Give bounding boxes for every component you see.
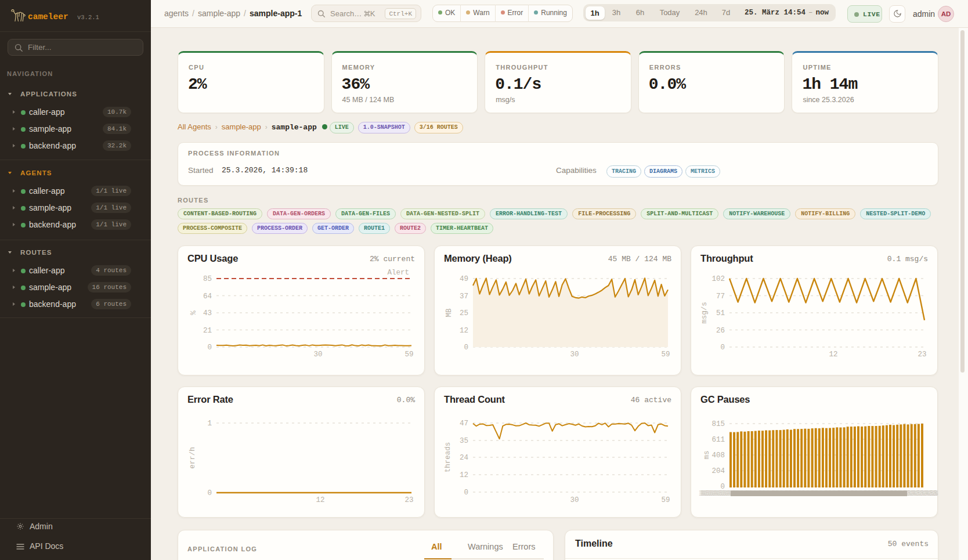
svg-text:MB: MB — [445, 308, 453, 317]
svg-text:204: 204 — [711, 467, 725, 475]
svg-text:815: 815 — [711, 420, 725, 428]
svg-text:30: 30 — [570, 351, 579, 359]
svg-text:23: 23 — [918, 351, 926, 359]
svg-text:24: 24 — [460, 454, 468, 462]
svg-text:0: 0 — [720, 344, 725, 352]
svg-text:102: 102 — [711, 275, 725, 283]
svg-text:49: 49 — [460, 275, 468, 283]
svg-text:1: 1 — [207, 420, 212, 428]
svg-text:611: 611 — [711, 436, 725, 444]
svg-text:26: 26 — [716, 327, 725, 335]
svg-text:12: 12 — [316, 496, 324, 504]
svg-text:25: 25 — [460, 309, 468, 317]
svg-text:0: 0 — [207, 489, 212, 497]
svg-text:12: 12 — [829, 351, 837, 359]
svg-text:47: 47 — [460, 420, 468, 428]
svg-text:59: 59 — [404, 351, 413, 359]
svg-text:err/h: err/h — [189, 447, 197, 469]
svg-text:23: 23 — [404, 496, 413, 504]
svg-text:30: 30 — [570, 496, 579, 504]
svg-text:85: 85 — [203, 275, 212, 283]
svg-text:43: 43 — [203, 309, 212, 317]
svg-text:64: 64 — [203, 292, 212, 301]
svg-text:21: 21 — [203, 327, 212, 335]
svg-text:59: 59 — [661, 351, 670, 359]
svg-text:77: 77 — [716, 292, 725, 301]
svg-text:0: 0 — [464, 344, 468, 352]
svg-text:35: 35 — [460, 437, 468, 445]
svg-text:0: 0 — [464, 489, 468, 497]
svg-text:12: 12 — [460, 471, 468, 479]
svg-text:51: 51 — [716, 309, 725, 317]
svg-text:12: 12 — [460, 327, 468, 335]
svg-text:59: 59 — [661, 496, 670, 504]
svg-text:30: 30 — [313, 351, 322, 359]
svg-text:0: 0 — [207, 344, 212, 352]
svg-text:%: % — [190, 310, 198, 315]
svg-text:ms: ms — [703, 450, 711, 459]
svg-text:threads: threads — [444, 442, 452, 473]
svg-text:408: 408 — [711, 451, 725, 460]
svg-text:msg/s: msg/s — [700, 302, 709, 324]
svg-text:Alert: Alert — [387, 269, 409, 277]
svg-text:37: 37 — [460, 292, 468, 301]
